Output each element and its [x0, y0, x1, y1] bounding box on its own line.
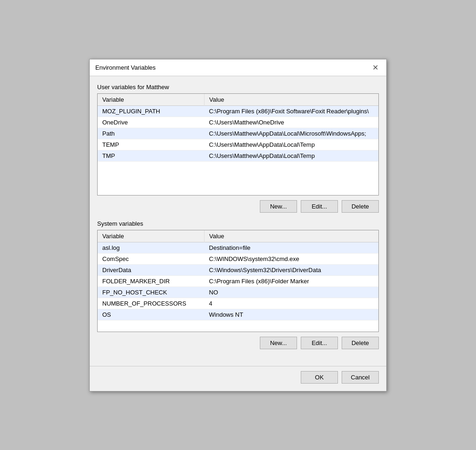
table-row[interactable]: PathC:\Users\Matthew\AppData\Local\Micro…: [98, 128, 378, 139]
user-delete-button[interactable]: Delete: [342, 200, 379, 213]
system-col-variable-header: Variable: [98, 230, 205, 242]
user-button-row: New... Edit... Delete: [97, 200, 379, 213]
table-row[interactable]: TMPC:\Users\Matthew\AppData\Local\Temp: [98, 150, 378, 161]
table-row[interactable]: FP_NO_HOST_CHECKNO: [98, 287, 378, 298]
close-button[interactable]: ✕: [370, 62, 381, 73]
system-delete-button[interactable]: Delete: [342, 337, 379, 349]
system-variables-section: System variables Variable Value asl.logD…: [97, 220, 379, 349]
system-table-body: asl.logDestination=fileComSpecC:\WINDOWS…: [98, 242, 378, 320]
value-cell: Destination=file: [205, 242, 378, 253]
user-new-button[interactable]: New...: [260, 200, 297, 213]
user-table-body: MOZ_PLUGIN_PATHC:\Program Files (x86)\Fo…: [98, 105, 378, 161]
variable-cell: TMP: [98, 150, 205, 161]
table-row[interactable]: TEMPC:\Users\Matthew\AppData\Local\Temp: [98, 139, 378, 150]
system-variables-table: Variable Value asl.logDestination=fileCo…: [98, 230, 378, 320]
user-col-value-header: Value: [205, 94, 378, 106]
bottom-button-row: OK Cancel: [90, 366, 386, 391]
variable-cell: Path: [98, 128, 205, 139]
cancel-button[interactable]: Cancel: [342, 371, 379, 384]
variable-cell: ComSpec: [98, 253, 205, 264]
system-edit-button[interactable]: Edit...: [301, 337, 338, 349]
variable-cell: OS: [98, 309, 205, 320]
table-row[interactable]: asl.logDestination=file: [98, 242, 378, 253]
table-row[interactable]: OneDriveC:\Users\Matthew\OneDrive: [98, 117, 378, 128]
value-cell: NO: [205, 287, 378, 298]
system-variables-table-container[interactable]: Variable Value asl.logDestination=fileCo…: [97, 230, 379, 332]
title-bar: Environment Variables ✕: [90, 59, 386, 76]
environment-variables-dialog: Environment Variables ✕ User variables f…: [89, 59, 387, 391]
value-cell: C:\Users\Matthew\OneDrive: [205, 117, 378, 128]
table-row[interactable]: DriverDataC:\Windows\System32\Drivers\Dr…: [98, 264, 378, 275]
table-row[interactable]: OSWindows NT: [98, 309, 378, 320]
table-row[interactable]: MOZ_PLUGIN_PATHC:\Program Files (x86)\Fo…: [98, 105, 378, 117]
user-col-variable-header: Variable: [98, 94, 205, 106]
value-cell: C:\Program Files (x86)\Folder Marker: [205, 275, 378, 287]
variable-cell: FP_NO_HOST_CHECK: [98, 287, 205, 298]
variable-cell: FOLDER_MARKER_DIR: [98, 275, 205, 287]
value-cell: C:\Users\Matthew\AppData\Local\Temp: [205, 150, 378, 161]
system-new-button[interactable]: New...: [260, 337, 297, 349]
value-cell: C:\Users\Matthew\AppData\Local\Microsoft…: [205, 128, 378, 139]
table-row[interactable]: NUMBER_OF_PROCESSORS4: [98, 298, 378, 309]
variable-cell: MOZ_PLUGIN_PATH: [98, 105, 205, 117]
ok-button[interactable]: OK: [301, 371, 338, 384]
user-variables-table: Variable Value MOZ_PLUGIN_PATHC:\Program…: [98, 94, 378, 162]
table-row[interactable]: ComSpecC:\WINDOWS\system32\cmd.exe: [98, 253, 378, 264]
variable-cell: OneDrive: [98, 117, 205, 128]
user-edit-button[interactable]: Edit...: [301, 200, 338, 213]
variable-cell: DriverData: [98, 264, 205, 275]
user-variables-section: User variables for Matthew Variable Valu…: [97, 84, 379, 213]
table-row[interactable]: FOLDER_MARKER_DIRC:\Program Files (x86)\…: [98, 275, 378, 287]
value-cell: Windows NT: [205, 309, 378, 320]
value-cell: C:\WINDOWS\system32\cmd.exe: [205, 253, 378, 264]
user-variables-label: User variables for Matthew: [97, 84, 379, 91]
system-button-row: New... Edit... Delete: [97, 337, 379, 349]
system-table-header-row: Variable Value: [98, 230, 378, 242]
system-variables-label: System variables: [97, 220, 379, 227]
variable-cell: asl.log: [98, 242, 205, 253]
variable-cell: NUMBER_OF_PROCESSORS: [98, 298, 205, 309]
value-cell: C:\Windows\System32\Drivers\DriverData: [205, 264, 378, 275]
system-col-value-header: Value: [205, 230, 378, 242]
variable-cell: TEMP: [98, 139, 205, 150]
dialog-title: Environment Variables: [95, 64, 156, 71]
value-cell: 4: [205, 298, 378, 309]
value-cell: C:\Program Files (x86)\Foxit Software\Fo…: [205, 105, 378, 117]
user-variables-table-container: Variable Value MOZ_PLUGIN_PATHC:\Program…: [97, 93, 379, 196]
dialog-body: User variables for Matthew Variable Valu…: [90, 76, 386, 364]
user-table-header-row: Variable Value: [98, 94, 378, 106]
value-cell: C:\Users\Matthew\AppData\Local\Temp: [205, 139, 378, 150]
